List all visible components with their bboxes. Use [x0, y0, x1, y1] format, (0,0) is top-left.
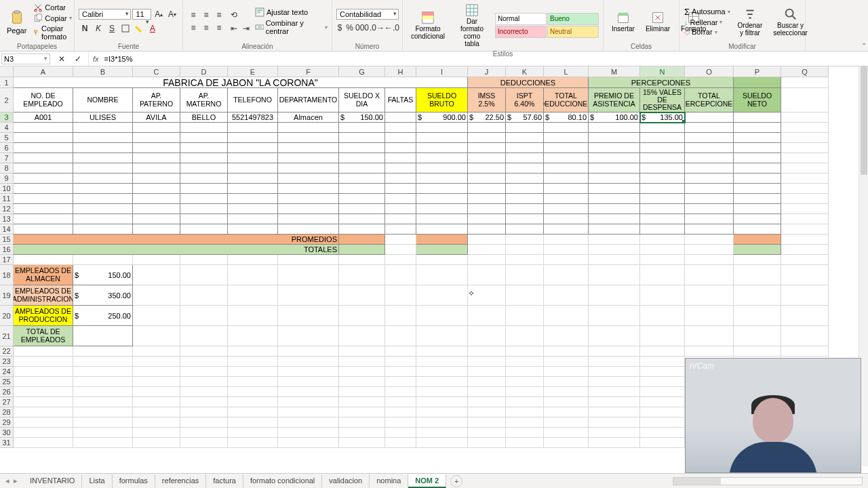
align-bottom-button[interactable]: ≡ — [213, 9, 225, 21]
cell-C3[interactable]: AVILA — [133, 113, 180, 123]
enter-formula-button[interactable]: ✓ — [72, 53, 84, 65]
col-header-C[interactable]: C — [133, 66, 180, 77]
copy-button[interactable]: Copiar ▾ — [32, 13, 73, 24]
accounting-button[interactable]: $ — [336, 22, 343, 34]
row-header-29[interactable]: 29 — [0, 418, 14, 428]
cell-H3[interactable] — [385, 113, 416, 123]
add-sheet-button[interactable]: + — [450, 475, 462, 487]
align-top-button[interactable]: ≡ — [187, 9, 199, 21]
row-header-18[interactable]: 18 — [0, 265, 14, 285]
col-header-I[interactable]: I — [416, 66, 468, 77]
clear-button[interactable]: ◇Borrar ▾ — [684, 27, 731, 37]
row-header-3[interactable]: 3 — [0, 113, 14, 123]
row-header-1[interactable]: 1 — [0, 77, 14, 88]
row-header-8[interactable]: 8 — [0, 163, 14, 174]
fx-icon[interactable]: fx — [89, 55, 103, 63]
col-header-K[interactable]: K — [506, 66, 544, 77]
row-header-22[interactable]: 22 — [0, 346, 14, 357]
paste-button[interactable]: Pegar — [4, 7, 29, 36]
row-header-5[interactable]: 5 — [0, 133, 14, 143]
orientation-button[interactable]: ⟲ — [228, 9, 240, 21]
select-all-corner[interactable] — [0, 66, 14, 77]
sheet-tab-formato-condicional[interactable]: formato condicional — [243, 474, 322, 488]
row-header-13[interactable]: 13 — [0, 214, 14, 224]
grow-font-button[interactable]: A▴ — [153, 8, 165, 20]
borders-button[interactable] — [119, 22, 132, 35]
fill-button[interactable]: ↓Rellenar ▾ — [684, 18, 731, 27]
cell-E3[interactable]: 5521497823 — [228, 113, 278, 123]
wrap-text-button[interactable]: Ajustar texto — [255, 7, 328, 17]
col-header-B[interactable]: B — [73, 66, 133, 77]
cell-I3[interactable]: $900.00 — [416, 113, 468, 123]
cell-D3[interactable]: BELLO — [180, 113, 228, 123]
row-header-12[interactable]: 12 — [0, 204, 14, 214]
col-header-P[interactable]: P — [734, 66, 781, 77]
style-incorrecto[interactable]: Incorrecto — [495, 26, 547, 38]
row-header-14[interactable]: 14 — [0, 224, 14, 235]
sheet-tab-inventario[interactable]: INVENTARIO — [23, 474, 82, 488]
row-header-2[interactable]: 2 — [0, 88, 14, 113]
cell-O3[interactable] — [685, 113, 734, 123]
row-header-19[interactable]: 19 — [0, 285, 14, 306]
col-header-M[interactable]: M — [589, 66, 640, 77]
col-header-A[interactable]: A — [14, 66, 73, 77]
cell-L3[interactable]: $80.10 — [544, 113, 589, 123]
horizontal-scrollbar[interactable] — [673, 477, 863, 485]
col-header-D[interactable]: D — [180, 66, 228, 77]
row-header-20[interactable]: 20 — [0, 306, 14, 326]
cell-K3[interactable]: $57.60 — [506, 113, 544, 123]
align-middle-button[interactable]: ≡ — [200, 9, 212, 21]
align-center-button[interactable]: ≡ — [200, 22, 212, 34]
row-header-24[interactable]: 24 — [0, 367, 14, 377]
row-header-21[interactable]: 21 — [0, 326, 14, 346]
sheet-tab-nom-2[interactable]: NOM 2 — [408, 474, 446, 488]
cell-A3[interactable]: A001 — [14, 113, 73, 123]
row-header-11[interactable]: 11 — [0, 194, 14, 204]
sheet-tab-validacion[interactable]: validacion — [322, 474, 370, 488]
align-right-button[interactable]: ≡ — [213, 22, 225, 34]
number-format-select[interactable]: Contabilidad — [336, 9, 399, 20]
col-header-J[interactable]: J — [468, 66, 506, 77]
autosum-button[interactable]: ΣAutosuma ▾ — [684, 6, 731, 18]
tab-nav-last[interactable]: ▸ — [14, 476, 18, 485]
delete-button[interactable]: Eliminar — [642, 9, 674, 34]
cell-J3[interactable]: $22.50 — [468, 113, 506, 123]
row-header-23[interactable]: 23 — [0, 357, 14, 367]
row-header-28[interactable]: 28 — [0, 407, 14, 418]
cell-G3[interactable]: $150.00 — [339, 113, 385, 123]
col-header-G[interactable]: G — [339, 66, 385, 77]
cell-Q3[interactable] — [781, 113, 829, 123]
decrease-indent-button[interactable]: ⇤ — [228, 22, 240, 35]
fill-color-button[interactable] — [133, 22, 145, 35]
row-header-4[interactable]: 4 — [0, 123, 14, 133]
align-left-button[interactable]: ≡ — [187, 22, 199, 34]
row-header-26[interactable]: 26 — [0, 387, 14, 397]
style-bueno[interactable]: Bueno — [547, 13, 599, 25]
row-header-25[interactable]: 25 — [0, 377, 14, 387]
cancel-formula-button[interactable]: ✕ — [56, 53, 68, 65]
col-header-L[interactable]: L — [544, 66, 589, 77]
sheet-tab-lista[interactable]: Lista — [82, 474, 112, 488]
row-header-15[interactable]: 15 — [0, 235, 14, 245]
row-header-27[interactable]: 27 — [0, 397, 14, 407]
col-header-O[interactable]: O — [685, 66, 734, 77]
cell-B3[interactable]: ULISES — [73, 113, 133, 123]
cell-styles-gallery[interactable]: Normal Bueno Incorrecto Neutral — [495, 13, 599, 38]
thousands-button[interactable]: 000 — [356, 22, 368, 34]
cell-M3[interactable]: $100.00 — [589, 113, 640, 123]
tab-nav-first[interactable]: ◂ — [5, 476, 9, 485]
decrease-decimal-button[interactable]: ←.0 — [386, 22, 398, 34]
col-header-F[interactable]: F — [278, 66, 339, 77]
italic-button[interactable]: K — [92, 22, 104, 35]
merge-center-button[interactable]: Combinar y centrar ▾ — [255, 19, 328, 35]
sheet-tab-referencias[interactable]: referencias — [155, 474, 206, 488]
underline-button[interactable]: S — [106, 22, 118, 35]
cell-P3[interactable] — [734, 113, 781, 123]
find-select-button[interactable]: Buscar y seleccionar — [769, 5, 812, 38]
insert-button[interactable]: Insertar — [608, 9, 639, 34]
font-name-select[interactable]: Calibri — [79, 9, 131, 20]
cut-button[interactable]: Cortar — [32, 2, 73, 13]
sheet-tab-nomina[interactable]: nomina — [370, 474, 408, 488]
row-headers[interactable]: 1234567891011121314151617181920212223242… — [0, 77, 14, 448]
format-as-table-button[interactable]: Dar formato como tabla — [452, 1, 492, 49]
